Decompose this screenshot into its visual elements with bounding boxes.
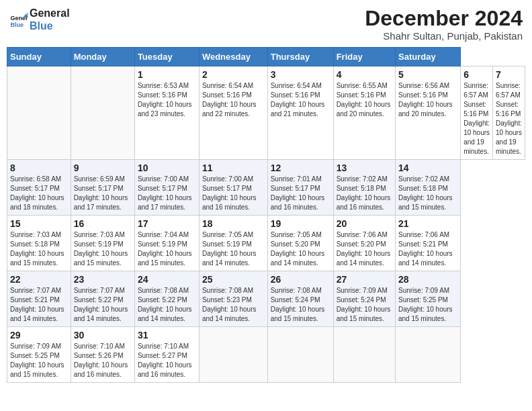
calendar-cell: 5Sunrise: 6:56 AM Sunset: 5:16 PM Daylig… <box>396 66 461 160</box>
calendar-cell: 12Sunrise: 7:01 AM Sunset: 5:17 PM Dayli… <box>267 160 333 216</box>
weekday-header-friday: Friday <box>333 48 395 66</box>
day-info: Sunrise: 7:04 AM Sunset: 5:19 PM Dayligh… <box>138 230 196 268</box>
calendar-cell: 7Sunrise: 6:57 AM Sunset: 5:16 PM Daylig… <box>493 66 525 160</box>
day-number: 18 <box>202 218 265 229</box>
calendar-cell: 11Sunrise: 7:00 AM Sunset: 5:17 PM Dayli… <box>199 160 267 216</box>
day-number: 6 <box>463 69 490 80</box>
day-number: 7 <box>496 69 522 80</box>
day-info: Sunrise: 7:09 AM Sunset: 5:25 PM Dayligh… <box>398 286 457 324</box>
day-info: Sunrise: 7:09 AM Sunset: 5:25 PM Dayligh… <box>10 342 68 379</box>
day-info: Sunrise: 7:00 AM Sunset: 5:17 PM Dayligh… <box>202 175 265 212</box>
day-info: Sunrise: 6:54 AM Sunset: 5:16 PM Dayligh… <box>271 81 330 119</box>
day-info: Sunrise: 7:02 AM Sunset: 5:18 PM Dayligh… <box>398 175 457 212</box>
calendar-cell: 25Sunrise: 7:08 AM Sunset: 5:23 PM Dayli… <box>199 271 267 327</box>
calendar-week-row: 1Sunrise: 6:53 AM Sunset: 5:16 PM Daylig… <box>7 66 525 160</box>
calendar-cell: 24Sunrise: 7:08 AM Sunset: 5:22 PM Dayli… <box>134 271 199 327</box>
calendar-cell <box>267 327 333 383</box>
calendar-cell: 31Sunrise: 7:10 AM Sunset: 5:27 PM Dayli… <box>134 327 199 383</box>
calendar-cell: 13Sunrise: 7:02 AM Sunset: 5:18 PM Dayli… <box>333 160 395 216</box>
calendar-cell: 9Sunrise: 6:59 AM Sunset: 5:17 PM Daylig… <box>71 160 134 216</box>
calendar-cell: 6Sunrise: 6:57 AM Sunset: 5:16 PM Daylig… <box>461 66 493 160</box>
calendar-cell <box>396 327 461 383</box>
day-number: 15 <box>10 218 68 229</box>
day-info: Sunrise: 7:09 AM Sunset: 5:24 PM Dayligh… <box>337 286 392 324</box>
day-info: Sunrise: 7:08 AM Sunset: 5:23 PM Dayligh… <box>202 286 265 324</box>
calendar-cell <box>71 66 134 160</box>
day-number: 13 <box>337 163 392 173</box>
calendar-cell: 27Sunrise: 7:09 AM Sunset: 5:24 PM Dayli… <box>333 271 395 327</box>
calendar-cell: 2Sunrise: 6:54 AM Sunset: 5:16 PM Daylig… <box>199 66 267 160</box>
calendar-cell: 16Sunrise: 7:03 AM Sunset: 5:19 PM Dayli… <box>71 216 134 271</box>
day-number: 21 <box>398 218 457 229</box>
day-info: Sunrise: 7:03 AM Sunset: 5:19 PM Dayligh… <box>74 230 132 268</box>
title-section: December 2024 Shahr Sultan, Punjab, Paki… <box>365 7 523 42</box>
calendar-cell: 15Sunrise: 7:03 AM Sunset: 5:18 PM Dayli… <box>7 216 71 271</box>
calendar-header-row: SundayMondayTuesdayWednesdayThursdayFrid… <box>7 48 525 66</box>
month-title: December 2024 <box>365 7 523 30</box>
day-number: 9 <box>74 163 132 173</box>
weekday-header-saturday: Saturday <box>396 48 461 66</box>
calendar-cell: 14Sunrise: 7:02 AM Sunset: 5:18 PM Dayli… <box>396 160 461 216</box>
day-number: 31 <box>138 330 196 340</box>
calendar-week-row: 29Sunrise: 7:09 AM Sunset: 5:25 PM Dayli… <box>7 327 525 383</box>
day-info: Sunrise: 6:53 AM Sunset: 5:16 PM Dayligh… <box>138 81 196 119</box>
day-number: 24 <box>138 274 196 285</box>
weekday-header-thursday: Thursday <box>267 48 333 66</box>
day-number: 20 <box>337 218 392 229</box>
day-info: Sunrise: 6:54 AM Sunset: 5:16 PM Dayligh… <box>202 81 265 119</box>
day-info: Sunrise: 7:00 AM Sunset: 5:17 PM Dayligh… <box>138 175 196 212</box>
day-number: 12 <box>271 163 330 173</box>
day-number: 11 <box>202 163 265 173</box>
day-number: 2 <box>202 69 265 80</box>
logo-icon: General Blue <box>9 10 28 29</box>
day-number: 29 <box>10 330 68 340</box>
calendar-cell: 29Sunrise: 7:09 AM Sunset: 5:25 PM Dayli… <box>7 327 71 383</box>
calendar-cell: 8Sunrise: 6:58 AM Sunset: 5:17 PM Daylig… <box>7 160 71 216</box>
weekday-header-wednesday: Wednesday <box>199 48 267 66</box>
calendar-week-row: 8Sunrise: 6:58 AM Sunset: 5:17 PM Daylig… <box>7 160 525 216</box>
calendar-cell: 17Sunrise: 7:04 AM Sunset: 5:19 PM Dayli… <box>134 216 199 271</box>
logo-blue: Blue <box>30 19 70 32</box>
day-number: 14 <box>398 163 457 173</box>
page-header: General Blue General Blue December 2024 … <box>7 7 525 42</box>
calendar-cell: 26Sunrise: 7:08 AM Sunset: 5:24 PM Dayli… <box>267 271 333 327</box>
calendar-cell: 4Sunrise: 6:55 AM Sunset: 5:16 PM Daylig… <box>333 66 395 160</box>
logo-general: General <box>30 7 70 19</box>
day-number: 1 <box>138 69 196 80</box>
day-info: Sunrise: 6:56 AM Sunset: 5:16 PM Dayligh… <box>398 81 457 119</box>
day-info: Sunrise: 7:10 AM Sunset: 5:26 PM Dayligh… <box>74 342 132 379</box>
calendar-cell: 22Sunrise: 7:07 AM Sunset: 5:21 PM Dayli… <box>7 271 71 327</box>
day-number: 22 <box>10 274 68 285</box>
day-info: Sunrise: 7:08 AM Sunset: 5:24 PM Dayligh… <box>271 286 330 324</box>
day-info: Sunrise: 7:10 AM Sunset: 5:27 PM Dayligh… <box>138 342 196 379</box>
calendar-cell: 19Sunrise: 7:05 AM Sunset: 5:20 PM Dayli… <box>267 216 333 271</box>
day-info: Sunrise: 7:07 AM Sunset: 5:22 PM Dayligh… <box>74 286 132 324</box>
day-number: 5 <box>398 69 457 80</box>
day-info: Sunrise: 7:05 AM Sunset: 5:19 PM Dayligh… <box>202 230 265 268</box>
day-number: 10 <box>138 163 196 173</box>
calendar-cell: 1Sunrise: 6:53 AM Sunset: 5:16 PM Daylig… <box>134 66 199 160</box>
svg-marker-4 <box>25 13 28 16</box>
weekday-header-tuesday: Tuesday <box>134 48 199 66</box>
day-info: Sunrise: 7:08 AM Sunset: 5:22 PM Dayligh… <box>138 286 196 324</box>
svg-text:Blue: Blue <box>10 21 24 28</box>
logo: General Blue General Blue <box>9 7 70 32</box>
calendar-cell <box>333 327 395 383</box>
calendar-cell: 20Sunrise: 7:06 AM Sunset: 5:20 PM Dayli… <box>333 216 395 271</box>
day-info: Sunrise: 6:58 AM Sunset: 5:17 PM Dayligh… <box>10 175 68 212</box>
day-info: Sunrise: 7:03 AM Sunset: 5:18 PM Dayligh… <box>10 230 68 268</box>
day-number: 4 <box>337 69 392 80</box>
day-info: Sunrise: 7:01 AM Sunset: 5:17 PM Dayligh… <box>271 175 330 212</box>
day-number: 26 <box>271 274 330 285</box>
day-info: Sunrise: 7:06 AM Sunset: 5:21 PM Dayligh… <box>398 230 457 268</box>
day-info: Sunrise: 6:57 AM Sunset: 5:16 PM Dayligh… <box>463 81 490 156</box>
calendar-cell <box>199 327 267 383</box>
weekday-header-monday: Monday <box>71 48 134 66</box>
day-number: 3 <box>271 69 330 80</box>
calendar-week-row: 22Sunrise: 7:07 AM Sunset: 5:21 PM Dayli… <box>7 271 525 327</box>
day-info: Sunrise: 6:55 AM Sunset: 5:16 PM Dayligh… <box>337 81 392 119</box>
calendar-cell: 18Sunrise: 7:05 AM Sunset: 5:19 PM Dayli… <box>199 216 267 271</box>
day-number: 19 <box>271 218 330 229</box>
day-number: 25 <box>202 274 265 285</box>
day-number: 17 <box>138 218 196 229</box>
